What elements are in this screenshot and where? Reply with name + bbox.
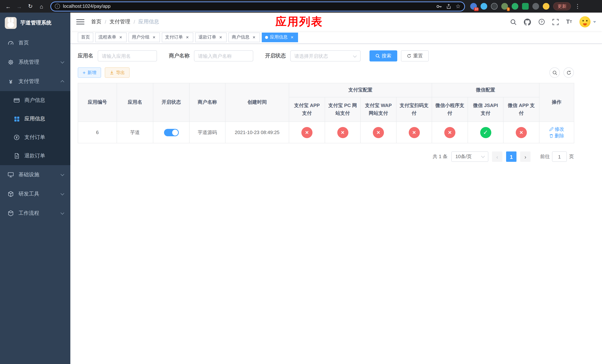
group-header-wechat: 微信配置 (432, 83, 539, 97)
breadcrumb-payment[interactable]: 支付管理 (110, 19, 130, 25)
prev-page-button[interactable]: ‹ (492, 151, 502, 162)
tab-refund-orders[interactable]: 退款订单× (195, 32, 226, 42)
delete-link-label: 删除 (555, 132, 564, 139)
sidebar-item-merchant-info[interactable]: 商户信息 (0, 91, 70, 110)
search-button[interactable]: 搜索 (369, 50, 397, 62)
sidebar-item-label: 基础设施 (19, 171, 39, 178)
tab-user-group[interactable]: 用户分组× (129, 32, 160, 42)
address-bar[interactable]: i localhost:1024/pay/app ☆ (50, 1, 465, 11)
close-icon[interactable]: × (218, 35, 223, 40)
toggle-search-button[interactable] (549, 67, 560, 78)
browser-extension-icon-4[interactable]: 1 (501, 3, 508, 10)
tab-app-info[interactable]: 应用信息× (262, 32, 298, 42)
status-cross-icon: × (337, 127, 348, 138)
refresh-button[interactable] (563, 67, 574, 78)
browser-extension-icon-5[interactable] (512, 3, 518, 10)
add-button[interactable]: + 新增 (78, 67, 101, 78)
browser-back-button[interactable]: ← (3, 1, 13, 11)
sidebar-item-payment[interactable]: ¥ 支付管理 (0, 72, 70, 91)
browser-home-button[interactable]: ⌂ (36, 1, 47, 11)
col-header-actions: 操作 (539, 83, 574, 122)
browser-reload-button[interactable]: ↻ (25, 1, 35, 11)
col-header-alipay-qr: 支付宝扫码支付 (396, 97, 432, 122)
sidebar-item-app-info[interactable]: 应用信息 (0, 110, 70, 128)
cell-merchant: 芋道源码 (189, 122, 225, 143)
app-name-label: 应用名 (78, 53, 93, 59)
github-icon[interactable] (524, 18, 531, 25)
next-page-button[interactable]: › (520, 151, 531, 162)
close-icon[interactable]: × (151, 35, 157, 40)
sidebar-item-label: 支付订单 (24, 134, 45, 141)
close-icon[interactable]: × (118, 35, 123, 40)
sidebar-item-pay-orders[interactable]: 支付订单 (0, 128, 70, 147)
cell-alipay-qr: × (396, 122, 432, 143)
breadcrumb-home[interactable]: 首页 (91, 19, 101, 25)
chrome-update-button[interactable]: 更新 (553, 2, 571, 10)
status-select-input[interactable] (290, 50, 361, 62)
status-select[interactable] (290, 50, 361, 62)
close-icon[interactable]: × (290, 35, 295, 40)
cell-alipay-pc: × (325, 122, 360, 143)
chevron-up-icon (61, 80, 64, 84)
content-area: 应用名 商户名称 开启状态 (70, 44, 602, 364)
browser-extension-icon-1[interactable]: 10 (470, 3, 477, 10)
sidebar-item-system[interactable]: 系统管理 (0, 53, 70, 72)
search-icon[interactable] (510, 19, 516, 25)
browser-extension-icon-6[interactable] (522, 3, 529, 10)
browser-extension-icon-7[interactable] (532, 3, 539, 10)
active-tab-dot (265, 36, 268, 39)
tab-home[interactable]: 首页 (78, 32, 93, 42)
close-icon[interactable]: × (185, 35, 190, 40)
col-header-wx-jsapi: 微信 JSAPI 支付 (468, 97, 503, 122)
sidebar-item-home[interactable]: 首页 (0, 33, 70, 53)
site-info-icon[interactable]: i (55, 4, 60, 9)
sidebar-item-label: 支付管理 (19, 78, 39, 85)
browser-extension-icon-3[interactable] (491, 3, 498, 10)
tab-process-form[interactable]: 流程表单× (95, 32, 127, 42)
bookmark-star-icon[interactable]: ☆ (456, 3, 461, 10)
page-size-select[interactable]: 10条/页 (451, 151, 488, 162)
fullscreen-icon[interactable] (552, 19, 559, 25)
reset-button[interactable]: 重置 (401, 50, 429, 62)
close-icon[interactable]: × (251, 35, 257, 40)
sidebar-logo[interactable]: 芋道管理系统 (0, 13, 70, 33)
status-toggle[interactable] (164, 129, 179, 136)
add-button-label: 新增 (87, 69, 96, 76)
merchant-name-label: 商户名称 (169, 53, 190, 59)
edit-link[interactable]: 修改 (549, 126, 564, 132)
sidebar-item-dev-tools[interactable]: 研发工具 (0, 184, 70, 204)
goto-page-input[interactable] (552, 151, 567, 162)
yen-icon: ¥ (7, 78, 14, 85)
merchant-name-input[interactable] (194, 50, 253, 62)
share-icon[interactable] (446, 3, 451, 9)
sidebar-toggle-icon[interactable] (76, 19, 85, 25)
browser-forward-button[interactable]: → (14, 1, 24, 11)
cell-app-id: 6 (78, 122, 117, 143)
delete-link[interactable]: 删除 (549, 132, 564, 139)
sidebar-item-refund-orders[interactable]: 退款订单 (0, 147, 70, 165)
tab-label: 流程表单 (98, 34, 116, 40)
help-icon[interactable]: ? (538, 19, 545, 25)
tab-label: 退款订单 (198, 34, 216, 40)
key-icon[interactable] (436, 3, 441, 9)
export-button[interactable]: 导出 (105, 67, 129, 78)
tab-merchant-info[interactable]: 商户信息× (228, 32, 260, 42)
chevron-down-icon (481, 154, 485, 158)
font-size-icon[interactable]: TT (566, 19, 572, 25)
cell-app-name: 芋道 (117, 122, 153, 143)
user-menu[interactable] (580, 16, 596, 27)
goto-prefix: 前往 (540, 153, 550, 160)
browser-extension-icon-2[interactable] (481, 3, 487, 10)
tab-pay-orders[interactable]: 支付订单× (162, 32, 193, 42)
download-icon (110, 70, 114, 75)
browser-menu-icon[interactable]: ⋮ (575, 3, 580, 10)
tab-label: 支付订单 (165, 34, 183, 40)
breadcrumb: 首页 / 支付管理 / 应用信息 (91, 19, 159, 25)
tab-label: 首页 (81, 34, 90, 40)
chevron-down-icon (61, 211, 64, 214)
browser-extension-icon-8[interactable] (543, 3, 549, 10)
app-name-input[interactable] (98, 50, 157, 62)
page-1-button[interactable]: 1 (506, 151, 516, 162)
sidebar-item-infra[interactable]: 基础设施 (0, 165, 70, 184)
sidebar-item-workflow[interactable]: 工作流程 (0, 204, 70, 223)
